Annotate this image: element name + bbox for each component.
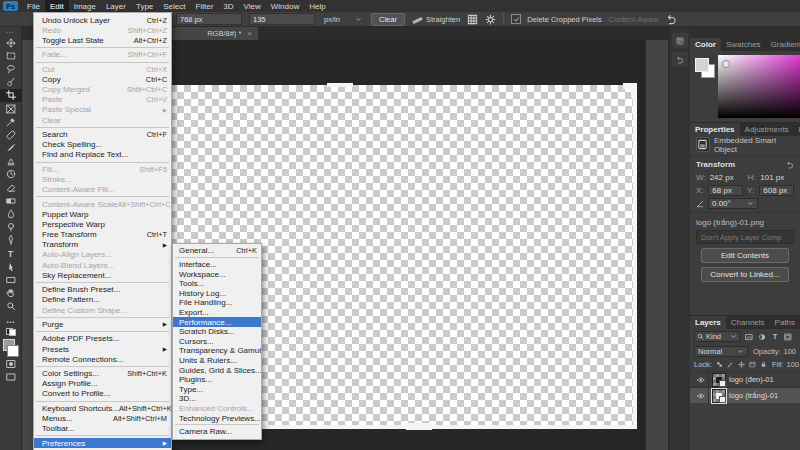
layer-row[interactable]: logo (trắng)-01 (690, 387, 800, 403)
background-swatch[interactable] (7, 345, 19, 357)
frame-icon[interactable] (782, 332, 794, 341)
move-tool[interactable] (0, 36, 22, 49)
menu-window[interactable]: Window (266, 0, 304, 12)
preferences-submenu-item-history-log[interactable]: History Log... (173, 289, 261, 299)
type-icon[interactable]: T (769, 332, 781, 341)
properties-tab-properties[interactable]: Properties (690, 123, 740, 136)
stamp-tool[interactable] (0, 155, 22, 168)
preferences-submenu-item-general[interactable]: General...Ctrl+K (173, 246, 261, 256)
historybrush-tool[interactable] (0, 168, 22, 181)
edit-menu-item-define-pattern[interactable]: Define Pattern... (34, 295, 171, 305)
crop-settings-gear-icon[interactable] (485, 14, 496, 25)
edit-menu-item-presets[interactable]: Presets▶ (34, 344, 171, 354)
pen-tool[interactable] (0, 234, 22, 247)
gradient-tool[interactable] (0, 194, 22, 207)
reset-crop-icon[interactable] (666, 14, 677, 25)
clear-button[interactable]: Clear (371, 13, 405, 26)
collapsed-panel-icon[interactable] (672, 52, 688, 67)
layer-thumbnail[interactable] (712, 373, 726, 387)
color-picker-ring[interactable] (722, 60, 730, 68)
crop-edge-right[interactable] (633, 85, 637, 429)
convert-to-linked-button[interactable]: Convert to Linked... (701, 267, 789, 282)
edit-menu-item-color-settings[interactable]: Color Settings...Shift+Ctrl+K (34, 369, 171, 379)
lock-move-icon[interactable] (737, 361, 747, 368)
frame-tool[interactable] (0, 102, 22, 115)
default-colors-icon[interactable] (6, 328, 16, 336)
delete-cropped-pixels-checkbox[interactable]: Delete Cropped Pixels (511, 14, 602, 24)
foreground-background-swatches[interactable] (3, 339, 19, 357)
preferences-submenu-item-interface[interactable]: Interface... (173, 260, 261, 270)
layer-visibility-eye-icon[interactable] (694, 372, 709, 387)
layers-tab-paths[interactable]: Paths (770, 316, 800, 329)
shape-tool[interactable] (0, 273, 22, 286)
preferences-submenu-item-camera-raw[interactable]: Camera Raw... (173, 427, 261, 437)
preferences-submenu-item-3d[interactable]: 3D... (173, 394, 261, 404)
preferences-submenu-item-tools[interactable]: Tools... (173, 279, 261, 289)
blend-mode-select[interactable]: Normal (694, 346, 748, 357)
crop-resolution-input[interactable]: 135 (249, 13, 315, 25)
lasso-tool[interactable] (0, 62, 22, 75)
preferences-submenu-item-export[interactable]: Export... (173, 308, 261, 318)
edit-menu-item-keyboard-shortcuts[interactable]: Keyboard Shortcuts...Alt+Shift+Ctrl+K (34, 403, 171, 413)
edit-menu-item-preferences[interactable]: Preferences▶ (34, 438, 171, 448)
layer-filter-kind-select[interactable]: Kind (694, 331, 740, 342)
crop-handle-bottom[interactable] (406, 423, 432, 430)
color-picker-field[interactable] (718, 55, 800, 118)
menu-layer[interactable]: Layer (101, 0, 131, 12)
edit-menu-item-copy[interactable]: CopyCtrl+C (34, 74, 171, 84)
edit-menu-item-puppet-warp[interactable]: Puppet Warp (34, 209, 171, 219)
edit-menu-item-free-transform[interactable]: Free TransformCtrl+T (34, 230, 171, 240)
edit-menu-item-find-and-replace-text[interactable]: Find and Replace Text... (34, 150, 171, 160)
menu-3d[interactable]: 3D (218, 0, 238, 12)
edit-menu-item-convert-to-profile[interactable]: Convert to Profile... (34, 389, 171, 399)
preferences-submenu-item-type[interactable]: Type... (173, 385, 261, 395)
edit-menu-item-toolbar[interactable]: Toolbar... (34, 424, 171, 434)
healing-tool[interactable] (0, 128, 22, 141)
edit-menu-item-transform[interactable]: Transform▶ (34, 240, 171, 250)
edit-menu-item-remote-connections[interactable]: Remote Connections... (34, 354, 171, 364)
color-tab-swatches[interactable]: Swatches (721, 38, 766, 51)
screen-mode-button[interactable] (0, 370, 22, 383)
menu-type[interactable]: Type (131, 0, 158, 12)
quickselect-tool[interactable] (0, 76, 22, 89)
layer-name[interactable]: logo (trắng)-01 (729, 391, 778, 400)
eyedropper-tool[interactable] (0, 115, 22, 128)
layers-tab-channels[interactable]: Channels (726, 316, 770, 329)
crop-unit-select[interactable]: px/in (322, 14, 364, 24)
pathselect-tool[interactable] (0, 260, 22, 273)
preferences-submenu-item-cursors[interactable]: Cursors... (173, 337, 261, 347)
lock-paint-icon[interactable] (726, 361, 736, 368)
x-input[interactable]: 68 px (708, 185, 743, 196)
edit-menu-item-adobe-pdf-presets[interactable]: Adobe PDF Presets... (34, 334, 171, 344)
foreground-color-swatch[interactable] (695, 58, 709, 72)
preferences-submenu-item-file-handling[interactable]: File Handling... (173, 298, 261, 308)
reset-transform-icon[interactable] (786, 161, 794, 169)
menu-image[interactable]: Image (69, 0, 101, 12)
layer-name[interactable]: logo (đen)-01 (729, 375, 774, 384)
edit-menu-item-purge[interactable]: Purge▶ (34, 319, 171, 329)
preferences-submenu-item-scratch-disks[interactable]: Scratch Disks... (173, 327, 261, 337)
edit-menu-item-menus[interactable]: Menus...Alt+Shift+Ctrl+M (34, 413, 171, 423)
quick-mask-button[interactable] (0, 357, 22, 370)
edit-menu-item-define-brush-preset[interactable]: Define Brush Preset... (34, 285, 171, 295)
edit-menu-item-perspective-warp[interactable]: Perspective Warp (34, 219, 171, 229)
edit-contents-button[interactable]: Edit Contents (701, 248, 789, 263)
menu-edit[interactable]: Edit (45, 0, 69, 12)
preferences-submenu-item-workspace[interactable]: Workspace... (173, 269, 261, 279)
hand-tool[interactable] (0, 287, 22, 300)
menu-select[interactable]: Select (158, 0, 190, 12)
dodge-tool[interactable] (0, 221, 22, 234)
angle-input[interactable]: 0.00° (708, 198, 758, 209)
blur-tool[interactable] (0, 207, 22, 220)
crop-handle-top[interactable] (327, 83, 353, 87)
lock-artboard-icon[interactable] (748, 361, 758, 368)
image-icon[interactable] (743, 332, 755, 341)
lock-transparency-icon[interactable] (715, 361, 725, 368)
collapsed-panel-icon[interactable] (672, 33, 688, 48)
opacity-value[interactable]: 100 (783, 347, 796, 356)
color-tab-color[interactable]: Color (690, 38, 721, 51)
edit-menu-item-sky-replacement[interactable]: Sky Replacement... (34, 270, 171, 280)
preferences-submenu-item-units-rulers[interactable]: Units & Rulers... (173, 356, 261, 366)
menu-view[interactable]: View (239, 0, 266, 12)
properties-tab-libraries[interactable]: Libraries (794, 123, 800, 136)
